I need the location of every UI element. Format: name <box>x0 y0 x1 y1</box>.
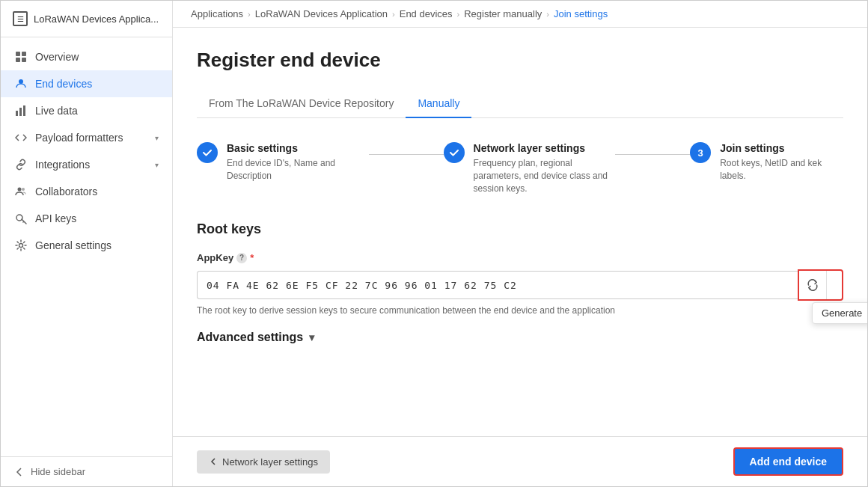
appkey-input[interactable] <box>197 271 798 299</box>
step-basic: Basic settings End device ID's, Name and… <box>197 142 369 183</box>
person-icon <box>14 77 28 91</box>
chevron-down-icon: ▾ <box>155 134 159 142</box>
breadcrumb-lorawan[interactable]: LoRaWAN Devices Application <box>255 8 388 19</box>
main-content: Applications › LoRaWAN Devices Applicati… <box>173 1 867 486</box>
sidebar-item-label: Collaborators <box>35 186 97 197</box>
svg-point-8 <box>18 188 22 192</box>
tab-repository[interactable]: From The LoRaWAN Device Repository <box>197 90 406 118</box>
sidebar-item-label: Live data <box>35 105 78 117</box>
step-circle-join: 3 <box>690 142 711 163</box>
sidebar-logo: ☰ LoRaWAN Devices Applica... <box>1 1 172 37</box>
step-connector-2 <box>615 154 690 155</box>
code-icon <box>14 131 28 144</box>
svg-rect-7 <box>23 105 25 116</box>
step-circle-basic <box>197 142 218 163</box>
generate-label[interactable]: Generate <box>827 271 842 299</box>
breadcrumb-applications[interactable]: Applications <box>191 8 243 19</box>
chevron-down-icon: ▾ <box>309 331 314 343</box>
sidebar-item-label: Payload formatters <box>35 132 123 144</box>
appkey-required-star: * <box>250 252 254 263</box>
step-info-basic: Basic settings End device ID's, Name and… <box>227 142 369 183</box>
back-button[interactable]: Network layer settings <box>197 450 330 474</box>
breadcrumb-register-manually[interactable]: Register manually <box>464 8 542 19</box>
steps: Basic settings End device ID's, Name and… <box>197 142 843 195</box>
content-area: Register end device From The LoRaWAN Dev… <box>173 28 867 436</box>
sidebar-item-end-devices[interactable]: End devices <box>1 70 172 97</box>
step-info-join: Join settings Root keys, NetID and kek l… <box>720 142 843 183</box>
sidebar-item-label: API keys <box>35 212 76 224</box>
appkey-btn-group: Generate <box>798 269 843 301</box>
root-keys-title: Root keys <box>197 221 843 237</box>
sidebar-item-collaborators[interactable]: Collaborators <box>1 178 172 205</box>
svg-rect-3 <box>22 58 26 62</box>
step-desc-join: Root keys, NetID and kek labels. <box>720 157 843 183</box>
sidebar-item-label: Overview <box>35 51 79 63</box>
hide-sidebar-button[interactable]: Hide sidebar <box>14 466 159 477</box>
root-keys-section: Root keys AppKey ? * Generat <box>197 221 843 344</box>
generate-popup[interactable]: Generate <box>812 302 867 324</box>
step-connector-1 <box>369 154 444 155</box>
generate-dropdown: Generate <box>827 271 842 299</box>
step-desc-network: Frequency plan, regional parameters, end… <box>474 157 616 195</box>
step-circle-network <box>444 142 465 163</box>
sidebar-item-general-settings[interactable]: General settings <box>1 232 172 259</box>
breadcrumb-end-devices[interactable]: End devices <box>400 8 453 19</box>
svg-rect-5 <box>16 111 18 116</box>
step-title-network: Network layer settings <box>474 142 616 154</box>
appkey-field: AppKey ? * Generate <box>197 252 843 316</box>
advanced-settings-toggle[interactable]: Advanced settings ▾ <box>197 331 843 344</box>
add-end-device-button[interactable]: Add end device <box>733 447 843 476</box>
page-title: Register end device <box>197 49 843 72</box>
sidebar-item-overview[interactable]: Overview <box>1 43 172 70</box>
chevron-down-icon: ▾ <box>155 161 159 169</box>
breadcrumb: Applications › LoRaWAN Devices Applicati… <box>173 1 867 28</box>
breadcrumb-sep-1: › <box>248 10 251 19</box>
link-icon <box>14 158 28 171</box>
hide-sidebar-label: Hide sidebar <box>31 466 85 477</box>
back-button-label: Network layer settings <box>222 456 318 468</box>
sidebar-item-payload-formatters[interactable]: Payload formatters ▾ <box>1 124 172 151</box>
breadcrumb-sep-2: › <box>392 10 395 19</box>
step-title-basic: Basic settings <box>227 142 369 154</box>
svg-point-11 <box>19 244 23 248</box>
svg-rect-2 <box>16 58 20 62</box>
sidebar: ☰ LoRaWAN Devices Applica... Overview En… <box>1 1 173 486</box>
svg-rect-0 <box>16 52 20 56</box>
footer-bar: Network layer settings Add end device <box>173 436 867 486</box>
sidebar-footer: Hide sidebar <box>1 456 172 486</box>
step-network: Network layer settings Frequency plan, r… <box>444 142 616 195</box>
svg-rect-1 <box>22 52 26 56</box>
sidebar-item-label: General settings <box>35 239 111 251</box>
sidebar-item-label: Integrations <box>35 159 90 171</box>
appkey-label: AppKey ? * <box>197 252 843 263</box>
appkey-help-icon[interactable]: ? <box>236 253 247 263</box>
breadcrumb-join-settings: Join settings <box>554 8 608 19</box>
step-desc-basic: End device ID's, Name and Description <box>227 157 369 183</box>
key-icon <box>14 212 28 225</box>
appkey-input-row: Generate <box>197 269 843 301</box>
appkey-hint: The root key to derive session keys to s… <box>197 305 843 316</box>
svg-point-9 <box>22 188 25 191</box>
sidebar-item-live-data[interactable]: Live data <box>1 97 172 124</box>
step-title-join: Join settings <box>720 142 843 154</box>
breadcrumb-sep-4: › <box>546 10 549 19</box>
sidebar-logo-text: LoRaWAN Devices Applica... <box>34 13 159 25</box>
sidebar-item-api-keys[interactable]: API keys <box>1 205 172 232</box>
breadcrumb-sep-3: › <box>457 10 460 19</box>
tab-manually[interactable]: Manually <box>406 90 471 118</box>
step-info-network: Network layer settings Frequency plan, r… <box>474 142 616 195</box>
svg-point-4 <box>19 79 23 84</box>
advanced-settings-label: Advanced settings <box>197 331 303 344</box>
sidebar-item-integrations[interactable]: Integrations ▾ <box>1 151 172 178</box>
people-icon <box>14 185 28 198</box>
gear-icon <box>14 239 28 252</box>
logo-icon: ☰ <box>13 11 28 26</box>
sidebar-item-label: End devices <box>35 78 92 90</box>
grid-icon <box>14 50 28 64</box>
svg-rect-6 <box>19 108 22 116</box>
step-join: 3 Join settings Root keys, NetID and kek… <box>690 142 843 183</box>
tabs: From The LoRaWAN Device Repository Manua… <box>197 90 843 118</box>
appkey-refresh-button[interactable] <box>799 271 827 299</box>
sidebar-nav: Overview End devices Live data Payload f… <box>1 37 172 456</box>
bar-chart-icon <box>14 104 28 117</box>
